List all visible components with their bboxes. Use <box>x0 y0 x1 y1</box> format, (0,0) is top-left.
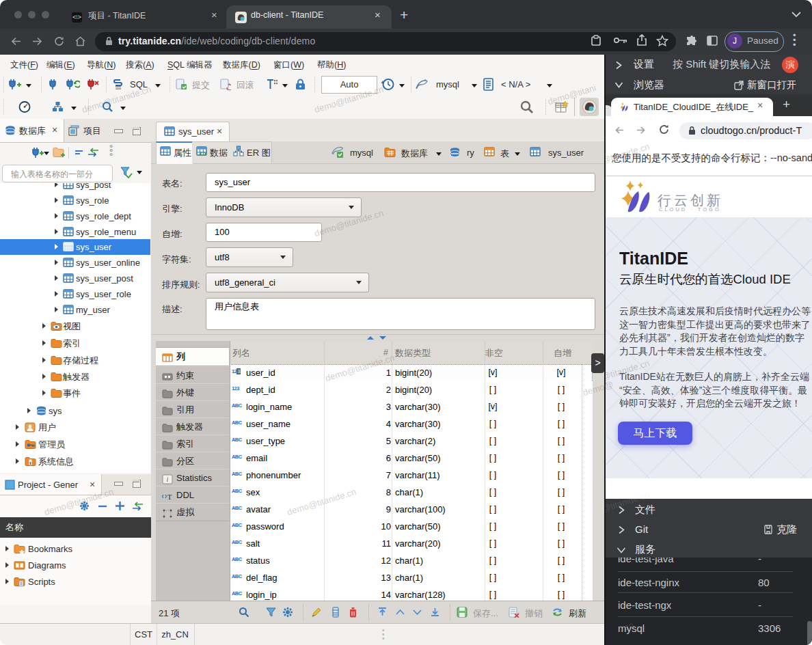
svg-text:i: i <box>167 476 169 483</box>
svg-text:T: T <box>167 493 172 501</box>
